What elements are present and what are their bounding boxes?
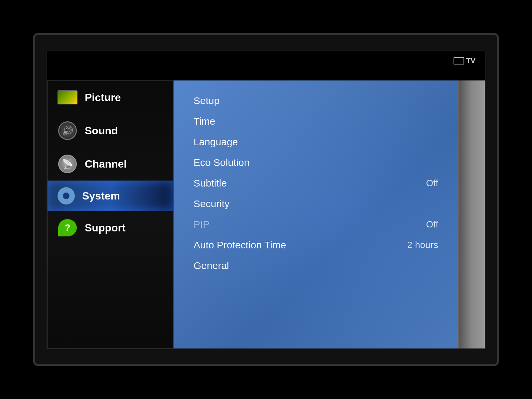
sidebar-label-system: System (82, 190, 120, 202)
menu-container: Picture Sound Channel (47, 80, 485, 348)
sidebar-label-support: Support (85, 222, 126, 234)
system-icon (57, 187, 75, 205)
sidebar-label-sound: Sound (85, 125, 118, 137)
submenu-label-general: General (194, 260, 229, 271)
sidebar-item-system[interactable]: System (48, 181, 173, 211)
support-icon (57, 217, 78, 238)
sound-icon (57, 120, 78, 141)
submenu-panel: Setup Time Language Eco Solution (174, 80, 458, 348)
support-question-icon (58, 219, 77, 236)
submenu-item-eco-solution[interactable]: Eco Solution (190, 152, 442, 173)
sidebar-label-channel: Channel (85, 158, 127, 170)
sound-speaker-icon (58, 121, 77, 140)
submenu-item-pip[interactable]: PIP Off (190, 214, 442, 235)
gear-inner-icon (63, 193, 69, 199)
right-shadow (458, 80, 485, 348)
submenu-label-setup: Setup (194, 95, 219, 106)
sidebar-item-support[interactable]: Support (48, 211, 173, 244)
tv-icon (454, 57, 464, 65)
tv-indicator: TV (454, 57, 475, 65)
submenu-item-general[interactable]: General (190, 255, 442, 276)
submenu-label-pip: PIP (194, 219, 209, 230)
submenu-label-security: Security (194, 198, 229, 209)
submenu-item-auto-protection-time[interactable]: Auto Protection Time 2 hours (190, 235, 442, 255)
submenu-item-language[interactable]: Language (190, 132, 442, 152)
tv-frame: TV Picture Sound (33, 33, 499, 366)
picture-icon (57, 87, 78, 108)
picture-thumbnail (58, 90, 77, 104)
gear-outer-icon (58, 187, 75, 204)
submenu-label-auto-protection-time: Auto Protection Time (194, 239, 286, 251)
submenu-item-time[interactable]: Time (190, 111, 442, 132)
submenu-item-subtitle[interactable]: Subtitle Off (190, 173, 442, 194)
submenu-value-pip: Off (426, 219, 438, 230)
submenu-value-auto-protection-time: 2 hours (407, 240, 438, 250)
submenu-label-subtitle: Subtitle (194, 178, 227, 189)
submenu-label-eco-solution: Eco Solution (194, 157, 249, 168)
tv-screen: TV Picture Sound (47, 50, 485, 349)
sidebar-label-picture: Picture (85, 91, 121, 104)
submenu-label-language: Language (194, 136, 238, 148)
tv-label: TV (466, 57, 475, 65)
channel-satellite-icon (58, 155, 77, 173)
sidebar-item-picture[interactable]: Picture (48, 81, 173, 114)
sidebar: Picture Sound Channel (47, 80, 174, 348)
submenu-item-security[interactable]: Security (190, 194, 442, 214)
submenu-item-setup[interactable]: Setup (190, 90, 442, 111)
submenu-value-subtitle: Off (426, 178, 438, 189)
sidebar-item-sound[interactable]: Sound (48, 114, 173, 147)
submenu-label-time: Time (194, 116, 215, 127)
sidebar-item-channel[interactable]: Channel (48, 147, 173, 181)
channel-icon (57, 153, 78, 175)
